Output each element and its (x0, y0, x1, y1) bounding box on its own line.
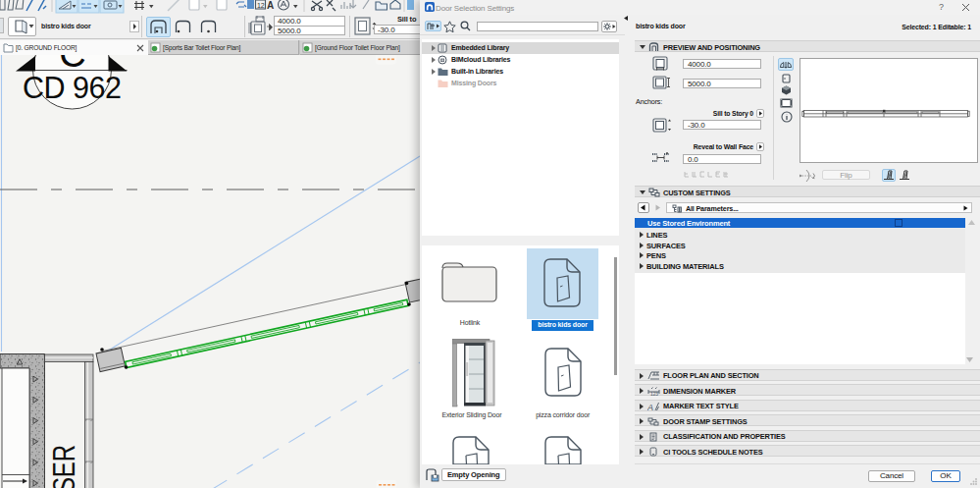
svg-text:123: 123 (650, 390, 658, 396)
svg-text:A: A (267, 0, 274, 11)
svg-text:CD 962: CD 962 (23, 71, 121, 104)
svg-text:SER: SER (47, 445, 81, 488)
svg-text:A: A (647, 403, 653, 411)
svg-text:12: 12 (257, 2, 265, 9)
